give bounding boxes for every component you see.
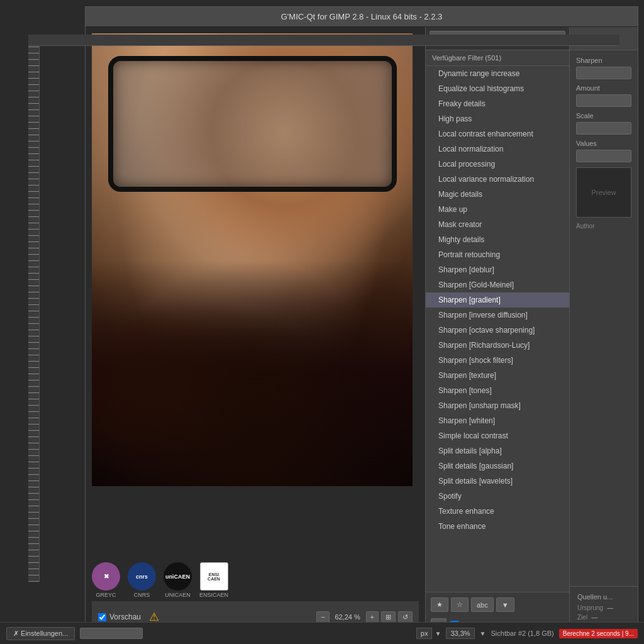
settings-content: Sharpen Amount Scale Values Preview Auth… bbox=[570, 50, 638, 586]
zoom-selector[interactable]: 33,3% bbox=[446, 628, 474, 639]
logos-bar: ✖ GREYC cnrs CNRS uniCAEN UNICAEN ENSICA… bbox=[92, 562, 228, 598]
filter-item[interactable]: Mask creator bbox=[426, 217, 569, 232]
fav-remove-button[interactable]: ☆ bbox=[451, 597, 469, 612]
filter-item[interactable]: Sharpen [shock filters] bbox=[426, 353, 569, 368]
title-bar: G'MIC-Qt for GIMP 2.8 - Linux 64 bits - … bbox=[86, 7, 638, 27]
filter-down-button[interactable]: ▼ bbox=[496, 597, 514, 612]
down-arrow-zoom-icon: ▼ bbox=[480, 630, 486, 637]
author-label: Author bbox=[576, 223, 631, 230]
preview-area: Preview bbox=[576, 167, 631, 218]
zoom-in-button[interactable]: + bbox=[366, 611, 379, 623]
filter-item[interactable]: Sharpen [texture] bbox=[426, 368, 569, 383]
window-title: G'MIC-Qt for GIMP 2.8 - Linux 64 bits - … bbox=[281, 12, 443, 21]
filter-item[interactable]: Sharpen [gradient] bbox=[426, 292, 569, 308]
settings-btn-label: ✗ Einstellungen... bbox=[13, 630, 68, 638]
sharpen-label: Sharpen bbox=[576, 57, 631, 64]
preview-checkbox-label[interactable]: Vorschau bbox=[98, 613, 141, 621]
values-label: Values bbox=[576, 140, 631, 147]
filter-item[interactable]: Sharpen [unsharp mask] bbox=[426, 398, 569, 413]
filter-item[interactable]: Local normalization bbox=[426, 142, 569, 157]
filter-item[interactable]: Dynamic range increase bbox=[426, 66, 569, 81]
filter-item[interactable]: Equalize local histograms bbox=[426, 81, 569, 96]
origin-value: — bbox=[607, 604, 613, 611]
filter-item[interactable]: Local processing bbox=[426, 157, 569, 172]
ensicaen-logo: ENSICAEN bbox=[200, 562, 228, 591]
target-label: Ziel bbox=[577, 614, 587, 621]
filter-item[interactable]: Split details [wavelets] bbox=[426, 474, 569, 489]
greyc-logo: ✖ bbox=[92, 562, 120, 591]
filter-item[interactable]: Sharpen [inverse diffusion] bbox=[426, 308, 569, 323]
zoom-value: 62,24 % bbox=[332, 613, 364, 621]
amount-label: Amount bbox=[576, 84, 631, 92]
face-image bbox=[92, 33, 413, 486]
desktop: G'MIC-Qt for GIMP 2.8 - Linux 64 bits - … bbox=[0, 0, 644, 644]
filter-item[interactable]: Sharpen [tones] bbox=[426, 383, 569, 398]
filter-panel: Verfügbare Filter (501) Dynamic range in… bbox=[425, 27, 570, 639]
preview-checkbox[interactable] bbox=[98, 613, 106, 621]
filter-list[interactable]: Dynamic range increaseEqualize local his… bbox=[426, 66, 569, 592]
greyc-label: GREYC bbox=[96, 592, 116, 598]
filter-abc-button[interactable]: abc bbox=[471, 597, 494, 612]
zoom-out-button[interactable]: − bbox=[316, 611, 329, 623]
filter-item[interactable]: Magic details bbox=[426, 187, 569, 202]
zoom-fit-button[interactable]: ⊞ bbox=[381, 611, 396, 623]
logo-greyc: ✖ GREYC bbox=[92, 562, 120, 598]
filter-item[interactable]: Sharpen [deblur] bbox=[426, 262, 569, 277]
filter-item[interactable]: Tone enhance bbox=[426, 519, 569, 534]
logo-ensicaen: ENSICAEN ENSICAEN bbox=[199, 562, 228, 598]
filter-item[interactable]: Sharpen [whiten] bbox=[426, 413, 569, 428]
filter-item[interactable]: Sharpen [octave sharpening] bbox=[426, 323, 569, 338]
zoom-reset-button[interactable]: ↺ bbox=[398, 611, 413, 623]
filter-item[interactable]: Texture enhance bbox=[426, 504, 569, 519]
cnrs-label: CNRS bbox=[134, 592, 150, 598]
filter-item[interactable]: Make up bbox=[426, 202, 569, 217]
filter-item[interactable]: Local contrast enhancement bbox=[426, 126, 569, 142]
unicaen-label: UNICAEN bbox=[165, 592, 191, 598]
cnrs-logo: cnrs bbox=[128, 562, 156, 591]
filter-item[interactable]: Simple local contrast bbox=[426, 428, 569, 443]
ruler-top bbox=[28, 35, 619, 46]
px-label: px bbox=[416, 628, 433, 639]
origin-label: Ursprung bbox=[577, 604, 603, 611]
fav-button[interactable]: ★ bbox=[431, 597, 448, 612]
target-row: Ziel — bbox=[577, 614, 630, 621]
zoom-controls: − 62,24 % + ⊞ ↺ bbox=[316, 611, 413, 623]
px-selector: px ▼ bbox=[416, 628, 441, 639]
sharpen-control[interactable] bbox=[576, 67, 631, 79]
status-bar: px ▼ 33,3% ▼ Sichtbar #2 (1,8 GB) Berech… bbox=[416, 628, 638, 639]
filter-buttons: ★ ☆ abc ▼ bbox=[431, 597, 564, 612]
filter-item[interactable]: Sharpen [Richardson-Lucy] bbox=[426, 338, 569, 353]
scale-label: Scale bbox=[576, 112, 631, 119]
filter-item[interactable]: Sharpen [Gold-Meinel] bbox=[426, 277, 569, 292]
sources-header: Quellen u... bbox=[577, 593, 630, 601]
filter-item[interactable]: Spotify bbox=[426, 489, 569, 504]
filter-item[interactable]: Split details [alpha] bbox=[426, 443, 569, 458]
image-panel: ✖ GREYC cnrs CNRS uniCAEN UNICAEN ENSICA… bbox=[86, 27, 425, 639]
status-error[interactable]: Berechne 2 seconds | 9... bbox=[559, 629, 638, 638]
glasses bbox=[108, 56, 397, 192]
window-content: ✖ GREYC cnrs CNRS uniCAEN UNICAEN ENSICA… bbox=[86, 27, 638, 639]
preview-text: Preview bbox=[591, 189, 616, 196]
values-control[interactable] bbox=[576, 150, 631, 162]
sichtbar-text: Sichtbar #2 (1,8 GB) bbox=[491, 630, 553, 637]
logo-cnrs: cnrs CNRS bbox=[128, 562, 156, 598]
main-window: G'MIC-Qt for GIMP 2.8 - Linux 64 bits - … bbox=[85, 6, 638, 641]
filter-item[interactable]: High pass bbox=[426, 111, 569, 126]
amount-control[interactable] bbox=[576, 94, 631, 107]
filter-item[interactable]: Portrait retouching bbox=[426, 247, 569, 262]
target-value: — bbox=[591, 614, 597, 621]
preview-label: Vorschau bbox=[109, 613, 141, 621]
filter-item[interactable]: Split details [gaussian] bbox=[426, 458, 569, 474]
beard-area bbox=[92, 260, 413, 486]
down-arrow-icon: ▼ bbox=[435, 630, 441, 637]
settings-button[interactable]: ✗ Einstellungen... bbox=[6, 627, 75, 640]
taskbar: ✗ Einstellungen... px ▼ 33,3% ▼ Sichtbar… bbox=[0, 622, 644, 644]
ensicaen-label: ENSICAEN bbox=[199, 592, 228, 598]
filter-header: Verfügbare Filter (501) bbox=[426, 50, 569, 66]
filter-item[interactable]: Local variance normalization bbox=[426, 172, 569, 187]
status-text: Berechne 2 seconds | 9... bbox=[563, 630, 634, 637]
filter-item[interactable]: Freaky details bbox=[426, 96, 569, 111]
scale-control[interactable] bbox=[576, 122, 631, 135]
filter-item[interactable]: Mighty details bbox=[426, 232, 569, 247]
canvas-area bbox=[92, 33, 413, 486]
